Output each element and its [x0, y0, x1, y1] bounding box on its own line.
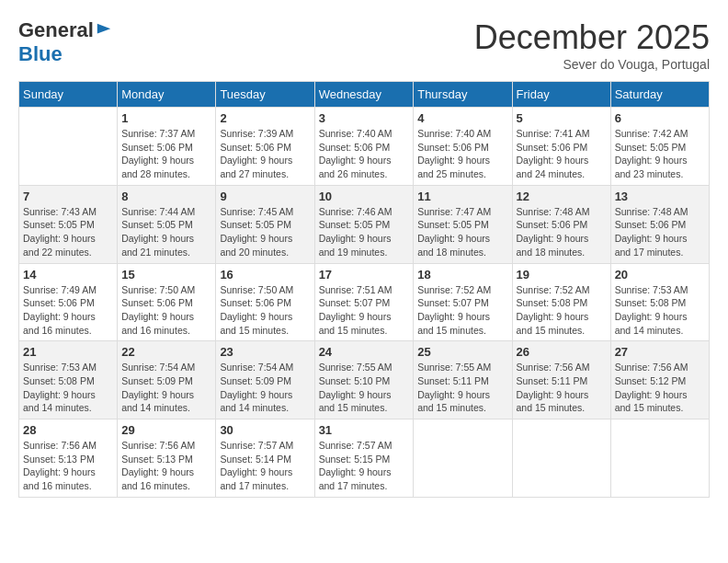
day-info: Sunrise: 7:50 AMSunset: 5:06 PMDaylight:…: [121, 283, 211, 338]
calendar-cell: 13Sunrise: 7:48 AMSunset: 5:06 PMDayligh…: [610, 185, 709, 263]
svg-marker-0: [97, 24, 110, 34]
day-number: 29: [121, 423, 211, 437]
day-info: Sunrise: 7:57 AMSunset: 5:14 PMDaylight:…: [220, 439, 310, 493]
calendar-cell: 8Sunrise: 7:44 AMSunset: 5:05 PMDaylight…: [118, 185, 216, 263]
day-info: Sunrise: 7:47 AMSunset: 5:05 PMDaylight:…: [417, 205, 507, 259]
header-thursday: Thursday: [414, 82, 512, 108]
calendar-cell: 14Sunrise: 7:49 AMSunset: 5:06 PMDayligh…: [19, 263, 118, 341]
calendar-week-3: 14Sunrise: 7:49 AMSunset: 5:06 PMDayligh…: [19, 263, 710, 341]
day-info: Sunrise: 7:43 AMSunset: 5:05 PMDaylight:…: [23, 205, 113, 259]
day-info: Sunrise: 7:52 AMSunset: 5:07 PMDaylight:…: [417, 283, 507, 338]
calendar-cell: 27Sunrise: 7:56 AMSunset: 5:12 PMDayligh…: [610, 341, 709, 419]
logo: General Blue: [18, 18, 112, 66]
calendar-cell: 15Sunrise: 7:50 AMSunset: 5:06 PMDayligh…: [118, 263, 216, 341]
day-number: 6: [615, 111, 705, 125]
calendar-cell: 22Sunrise: 7:54 AMSunset: 5:09 PMDayligh…: [118, 341, 216, 419]
day-number: 14: [23, 268, 113, 282]
day-info: Sunrise: 7:41 AMSunset: 5:06 PMDaylight:…: [517, 127, 607, 181]
day-number: 30: [220, 423, 310, 437]
day-info: Sunrise: 7:50 AMSunset: 5:06 PMDaylight:…: [220, 283, 310, 338]
calendar-cell: [512, 419, 610, 498]
calendar-cell: 4Sunrise: 7:40 AMSunset: 5:06 PMDaylight…: [414, 108, 512, 186]
header-wednesday: Wednesday: [314, 82, 414, 108]
calendar-cell: 26Sunrise: 7:56 AMSunset: 5:11 PMDayligh…: [512, 341, 610, 419]
day-info: Sunrise: 7:56 AMSunset: 5:13 PMDaylight:…: [121, 439, 211, 493]
day-info: Sunrise: 7:54 AMSunset: 5:09 PMDaylight:…: [220, 361, 310, 415]
month-title: December 2025: [474, 18, 710, 57]
day-info: Sunrise: 7:48 AMSunset: 5:06 PMDaylight:…: [517, 205, 607, 259]
calendar-cell: 25Sunrise: 7:55 AMSunset: 5:11 PMDayligh…: [414, 341, 512, 419]
calendar-cell: 24Sunrise: 7:55 AMSunset: 5:10 PMDayligh…: [314, 341, 414, 419]
day-info: Sunrise: 7:55 AMSunset: 5:11 PMDaylight:…: [417, 361, 507, 415]
day-number: 15: [121, 268, 211, 282]
day-info: Sunrise: 7:49 AMSunset: 5:06 PMDaylight:…: [23, 283, 113, 338]
calendar-cell: 9Sunrise: 7:45 AMSunset: 5:05 PMDaylight…: [216, 185, 314, 263]
page-header: General Blue December 2025 Sever do Voug…: [18, 18, 710, 72]
day-number: 28: [23, 423, 113, 437]
calendar-week-2: 7Sunrise: 7:43 AMSunset: 5:05 PMDaylight…: [19, 185, 710, 263]
logo-general-text: General: [18, 18, 94, 42]
calendar-cell: [19, 108, 118, 186]
day-info: Sunrise: 7:55 AMSunset: 5:10 PMDaylight:…: [319, 361, 410, 415]
calendar-cell: 20Sunrise: 7:53 AMSunset: 5:08 PMDayligh…: [610, 263, 709, 341]
day-info: Sunrise: 7:37 AMSunset: 5:06 PMDaylight:…: [121, 127, 211, 181]
day-number: 24: [319, 345, 410, 359]
day-number: 20: [615, 268, 705, 282]
day-info: Sunrise: 7:48 AMSunset: 5:06 PMDaylight:…: [615, 205, 705, 259]
calendar-cell: 19Sunrise: 7:52 AMSunset: 5:08 PMDayligh…: [512, 263, 610, 341]
day-number: 25: [417, 345, 507, 359]
day-info: Sunrise: 7:56 AMSunset: 5:12 PMDaylight:…: [615, 361, 705, 415]
calendar-cell: [610, 419, 709, 498]
logo-blue-text: Blue: [18, 42, 63, 66]
day-number: 27: [615, 345, 705, 359]
calendar-week-4: 21Sunrise: 7:53 AMSunset: 5:08 PMDayligh…: [19, 341, 710, 419]
day-info: Sunrise: 7:42 AMSunset: 5:05 PMDaylight:…: [615, 127, 705, 181]
day-info: Sunrise: 7:53 AMSunset: 5:08 PMDaylight:…: [23, 361, 113, 415]
day-number: 4: [417, 111, 507, 125]
calendar-cell: 6Sunrise: 7:42 AMSunset: 5:05 PMDaylight…: [610, 108, 709, 186]
day-info: Sunrise: 7:56 AMSunset: 5:11 PMDaylight:…: [517, 361, 607, 415]
calendar-week-1: 1Sunrise: 7:37 AMSunset: 5:06 PMDaylight…: [19, 108, 710, 186]
calendar-cell: [414, 419, 512, 498]
calendar-cell: 5Sunrise: 7:41 AMSunset: 5:06 PMDaylight…: [512, 108, 610, 186]
calendar-cell: 10Sunrise: 7:46 AMSunset: 5:05 PMDayligh…: [314, 185, 414, 263]
day-number: 23: [220, 345, 310, 359]
logo-flag-icon: [96, 22, 112, 39]
header-sunday: Sunday: [19, 82, 118, 108]
day-number: 8: [121, 190, 211, 203]
header-monday: Monday: [118, 82, 216, 108]
day-number: 1: [121, 111, 211, 125]
day-info: Sunrise: 7:44 AMSunset: 5:05 PMDaylight:…: [121, 205, 211, 259]
day-number: 3: [319, 111, 410, 125]
day-number: 21: [23, 345, 113, 359]
day-number: 31: [319, 423, 410, 437]
day-number: 5: [517, 111, 607, 125]
calendar-cell: 17Sunrise: 7:51 AMSunset: 5:07 PMDayligh…: [314, 263, 414, 341]
day-info: Sunrise: 7:57 AMSunset: 5:15 PMDaylight:…: [319, 439, 410, 493]
header-saturday: Saturday: [610, 82, 709, 108]
calendar-cell: 31Sunrise: 7:57 AMSunset: 5:15 PMDayligh…: [314, 419, 414, 498]
calendar-cell: 7Sunrise: 7:43 AMSunset: 5:05 PMDaylight…: [19, 185, 118, 263]
calendar-header-row: Sunday Monday Tuesday Wednesday Thursday…: [19, 82, 710, 108]
day-info: Sunrise: 7:52 AMSunset: 5:08 PMDaylight:…: [517, 283, 607, 338]
calendar-cell: 30Sunrise: 7:57 AMSunset: 5:14 PMDayligh…: [216, 419, 314, 498]
calendar-cell: 1Sunrise: 7:37 AMSunset: 5:06 PMDaylight…: [118, 108, 216, 186]
day-number: 16: [220, 268, 310, 282]
day-number: 2: [220, 111, 310, 125]
header-friday: Friday: [512, 82, 610, 108]
calendar-cell: 16Sunrise: 7:50 AMSunset: 5:06 PMDayligh…: [216, 263, 314, 341]
calendar-cell: 2Sunrise: 7:39 AMSunset: 5:06 PMDaylight…: [216, 108, 314, 186]
calendar-cell: 23Sunrise: 7:54 AMSunset: 5:09 PMDayligh…: [216, 341, 314, 419]
day-number: 9: [220, 190, 310, 203]
day-number: 19: [517, 268, 607, 282]
calendar-cell: 12Sunrise: 7:48 AMSunset: 5:06 PMDayligh…: [512, 185, 610, 263]
calendar-cell: 29Sunrise: 7:56 AMSunset: 5:13 PMDayligh…: [118, 419, 216, 498]
location-subtitle: Sever do Vouga, Portugal: [474, 57, 710, 72]
day-number: 17: [319, 268, 410, 282]
day-info: Sunrise: 7:53 AMSunset: 5:08 PMDaylight:…: [615, 283, 705, 338]
header-tuesday: Tuesday: [216, 82, 314, 108]
calendar-table: Sunday Monday Tuesday Wednesday Thursday…: [18, 81, 710, 498]
day-number: 7: [23, 190, 113, 203]
day-number: 10: [319, 190, 410, 203]
day-number: 12: [517, 190, 607, 203]
